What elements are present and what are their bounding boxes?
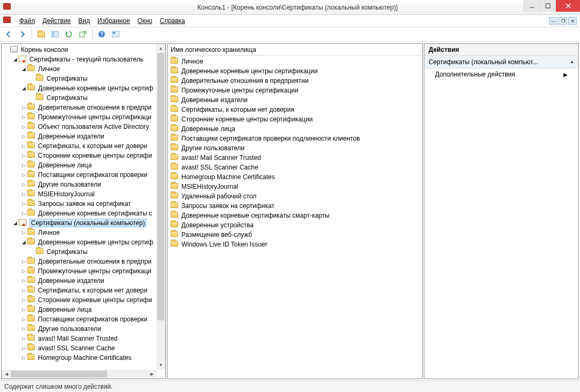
- actions-more-item[interactable]: Дополнительные действия ▶: [424, 68, 578, 80]
- tree-node[interactable]: ▷Доверенные издатели: [2, 132, 165, 141]
- list-row[interactable]: Homegroup Machine Certificates: [167, 172, 422, 182]
- forward-button[interactable]: [16, 28, 29, 41]
- expand-icon[interactable]: ▷: [20, 307, 27, 312]
- expand-icon[interactable]: ▷: [20, 317, 27, 322]
- expand-icon[interactable]: ▷: [20, 259, 27, 264]
- list-row[interactable]: Доверенные корневые центры сертификации: [167, 66, 422, 76]
- list-row[interactable]: Доверенные устройства: [167, 220, 422, 230]
- list-row[interactable]: Промежуточные центры сертификации: [167, 86, 422, 95]
- expand-icon[interactable]: ▷: [20, 355, 27, 360]
- tree-node[interactable]: ▷Личное: [2, 228, 165, 237]
- tree-node[interactable]: ▷MSIEHistoryJournal: [2, 189, 165, 199]
- tree-node[interactable]: ◢Личное: [2, 64, 165, 74]
- list-row[interactable]: avast! Mail Scanner Trusted: [167, 153, 422, 163]
- collapse-icon[interactable]: ◢: [11, 220, 19, 226]
- list-body[interactable]: ЛичноеДоверенные корневые центры сертифи…: [167, 56, 422, 379]
- back-button[interactable]: [2, 28, 15, 41]
- expand-icon[interactable]: ▷: [20, 134, 27, 139]
- menu-window[interactable]: Окно: [134, 16, 156, 26]
- tree-node[interactable]: ▷Объект пользователя Active Directory: [2, 122, 165, 132]
- expand-icon[interactable]: ▷: [20, 201, 27, 206]
- collapse-icon[interactable]: ◢: [20, 66, 27, 72]
- tree-content[interactable]: Корень консоли◢Сертификаты - текущий пол…: [2, 44, 165, 379]
- list-row[interactable]: Доверенные издатели: [167, 95, 422, 105]
- tree-node[interactable]: Сертификаты: [2, 93, 165, 103]
- expand-icon[interactable]: ▷: [20, 114, 27, 120]
- tree-node[interactable]: ◢Доверенные корневые центры сертиф: [2, 83, 165, 93]
- scrollbar-vertical[interactable]: ▲ ▼: [156, 44, 165, 370]
- tree-node[interactable]: ▷Доверенные лица: [2, 305, 165, 314]
- list-row[interactable]: Доверенные корневые сертификаты смарт-ка…: [167, 211, 422, 220]
- expand-icon[interactable]: ▷: [20, 211, 27, 216]
- tree-node[interactable]: ▷Другие пользователи: [2, 180, 165, 189]
- collapse-icon[interactable]: ◢: [11, 57, 19, 62]
- tree-node[interactable]: ▷Сторонние корневые центры сертифи: [2, 295, 165, 305]
- list-row[interactable]: MSIEHistoryJournal: [167, 182, 422, 191]
- maximize-button[interactable]: [539, 0, 555, 12]
- list-row[interactable]: Сторонние корневые центры сертификации: [167, 114, 422, 124]
- tree-node[interactable]: Сертификаты: [2, 74, 165, 83]
- expand-icon[interactable]: ▷: [20, 268, 27, 274]
- export-button[interactable]: [77, 28, 89, 41]
- list-row[interactable]: Доверенные лица: [167, 124, 422, 134]
- up-button[interactable]: [35, 28, 48, 41]
- expand-icon[interactable]: ▷: [20, 105, 27, 110]
- mdi-app-icon[interactable]: [3, 17, 12, 25]
- scrollbar-horizontal[interactable]: ◀ ▶: [2, 370, 156, 379]
- tree-node[interactable]: ▷Доверенные лица: [2, 160, 165, 170]
- expand-icon[interactable]: ▷: [20, 191, 27, 197]
- menu-view[interactable]: Вид: [75, 16, 93, 26]
- list-row[interactable]: Доверительные отношения в предприятии: [167, 76, 422, 86]
- collapse-icon[interactable]: ◢: [20, 86, 27, 91]
- list-column-header[interactable]: Имя логического хранилища: [167, 44, 422, 56]
- list-row[interactable]: Личное: [167, 57, 422, 66]
- expand-icon[interactable]: ▷: [20, 124, 27, 129]
- tree-node[interactable]: Сертификаты: [2, 247, 165, 257]
- expand-icon[interactable]: ▷: [20, 153, 27, 158]
- properties-button[interactable]: [109, 28, 122, 41]
- tree-node[interactable]: ▷Сторонние корневые центры сертифи: [2, 151, 165, 160]
- tree-node[interactable]: ◢Сертификаты (локальный компьютер): [2, 218, 165, 228]
- list-row[interactable]: Удаленный рабочий стол: [167, 191, 422, 201]
- expand-icon[interactable]: ▷: [20, 297, 27, 303]
- show-hide-tree-button[interactable]: [49, 28, 62, 41]
- tree-node[interactable]: ◢Доверенные корневые центры сертиф: [2, 237, 165, 247]
- mdi-close-button[interactable]: ✕: [568, 17, 577, 25]
- expand-icon[interactable]: ▷: [20, 172, 27, 178]
- scroll-left-button[interactable]: ◀: [2, 370, 11, 379]
- tree-node[interactable]: ▷Запросы заявок на сертификат: [2, 199, 165, 209]
- list-row[interactable]: Размещение веб-служб: [167, 230, 422, 240]
- tree-node[interactable]: ▷avast! SSL Scanner Cache: [2, 343, 165, 353]
- list-row[interactable]: Сертификаты, к которым нет доверия: [167, 105, 422, 114]
- menu-file[interactable]: Файл: [16, 16, 39, 26]
- scroll-thumb-h[interactable]: [11, 371, 107, 378]
- scroll-up-button[interactable]: ▲: [156, 44, 165, 53]
- list-row[interactable]: avast! SSL Scanner Cache: [167, 163, 422, 172]
- scroll-thumb-v[interactable]: [157, 53, 164, 320]
- scroll-right-button[interactable]: ▶: [147, 370, 156, 379]
- tree-node[interactable]: ▷Доверенные издатели: [2, 276, 165, 286]
- list-row[interactable]: Другие пользователи: [167, 143, 422, 153]
- expand-icon[interactable]: ▷: [20, 336, 27, 341]
- list-row[interactable]: Запросы заявок на сертификат: [167, 201, 422, 211]
- expand-icon[interactable]: ▷: [20, 230, 27, 235]
- tree-node[interactable]: ▷Поставщики сертификатов проверки: [2, 314, 165, 324]
- expand-icon[interactable]: ▷: [20, 143, 27, 149]
- tree-node[interactable]: ▷Сертификаты, к которым нет довери: [2, 141, 165, 151]
- expand-icon[interactable]: ▷: [20, 326, 27, 332]
- mdi-restore-button[interactable]: ❐: [559, 17, 567, 25]
- tree-node[interactable]: ▷Доверительные отношения в предпри: [2, 103, 165, 112]
- list-row[interactable]: Windows Live ID Token Issuer: [167, 240, 422, 249]
- scroll-down-button[interactable]: ▼: [156, 360, 165, 370]
- menu-favorites[interactable]: Избранное: [94, 16, 133, 26]
- close-button[interactable]: [555, 0, 580, 12]
- refresh-button[interactable]: [63, 28, 75, 41]
- tree-node[interactable]: ▷Homegroup Machine Certificates: [2, 353, 165, 363]
- help-button[interactable]: ?: [95, 28, 108, 41]
- tree-node[interactable]: ▷Промежуточные центры сертификаци: [2, 266, 165, 276]
- expand-icon[interactable]: ▷: [20, 278, 27, 283]
- mdi-minimize-button[interactable]: —: [549, 17, 558, 25]
- expand-icon[interactable]: ▷: [20, 182, 27, 187]
- tree-node[interactable]: Корень консоли: [2, 45, 165, 55]
- menu-action[interactable]: Действие: [40, 16, 74, 26]
